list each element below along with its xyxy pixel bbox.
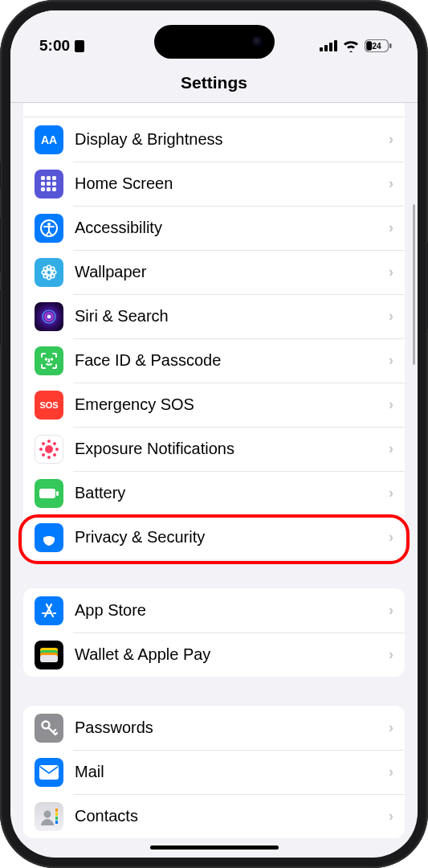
svg-rect-10 <box>47 176 51 180</box>
chevron-right-icon: › <box>389 219 393 236</box>
mail-icon <box>35 758 63 787</box>
svg-point-28 <box>51 274 54 277</box>
svg-rect-6 <box>389 43 392 48</box>
siri-icon <box>35 302 63 331</box>
svg-point-39 <box>55 448 59 451</box>
row-wallet-apple-pay[interactable]: Wallet & Apple Pay › <box>23 633 405 677</box>
chevron-right-icon: › <box>389 602 393 619</box>
page-title: Settings <box>181 73 247 92</box>
row-label: Battery <box>75 484 389 502</box>
row-label: Mail <box>75 763 389 781</box>
contacts-icon <box>35 802 63 831</box>
svg-point-38 <box>39 448 43 451</box>
volume-up-button <box>0 217 1 273</box>
settings-list[interactable]: AA Display & Brightness › Home Screen <box>10 103 418 858</box>
svg-point-35 <box>45 445 53 453</box>
appstore-icon <box>35 596 63 625</box>
svg-text:24: 24 <box>372 42 381 51</box>
wallet-icon <box>35 641 63 669</box>
wallpaper-icon <box>35 258 63 287</box>
nav-header: Settings <box>10 65 418 103</box>
svg-rect-1 <box>324 45 328 51</box>
svg-point-42 <box>42 453 45 457</box>
svg-point-32 <box>46 358 47 360</box>
sim-icon <box>75 40 84 52</box>
chevron-right-icon: › <box>389 646 393 663</box>
svg-rect-2 <box>329 43 332 51</box>
exposure-icon <box>35 435 63 464</box>
display-icon: AA <box>35 125 63 154</box>
row-passwords[interactable]: Passwords › <box>23 706 405 750</box>
row-app-store[interactable]: App Store › <box>23 588 405 633</box>
row-contacts[interactable]: Contacts › <box>23 794 405 838</box>
svg-rect-12 <box>41 182 45 186</box>
row-label: Exposure Notifications <box>75 440 389 458</box>
wifi-icon <box>342 39 360 52</box>
svg-point-23 <box>42 270 45 273</box>
svg-point-22 <box>47 276 51 279</box>
settings-group-store: App Store › Wallet & Apple Pay › <box>23 588 405 677</box>
svg-rect-15 <box>41 187 45 191</box>
row-privacy-security[interactable]: Privacy & Security › <box>23 515 405 559</box>
svg-rect-13 <box>47 182 51 186</box>
row-accessibility[interactable]: Accessibility › <box>23 206 405 250</box>
row-wallpaper[interactable]: Wallpaper › <box>23 250 405 294</box>
passwords-icon <box>35 714 63 743</box>
chevron-right-icon: › <box>389 440 393 457</box>
chevron-right-icon: › <box>389 352 393 369</box>
row-label: Wallet & Apple Pay <box>75 645 389 664</box>
svg-rect-44 <box>39 489 55 498</box>
row-label: Emergency SOS <box>75 395 389 414</box>
row-label: Contacts <box>75 807 389 825</box>
chevron-right-icon: › <box>389 764 393 780</box>
svg-rect-0 <box>320 47 323 51</box>
scroll-indicator[interactable] <box>413 204 415 365</box>
svg-rect-52 <box>39 765 59 780</box>
chevron-right-icon: › <box>389 529 393 546</box>
home-indicator[interactable] <box>150 845 279 850</box>
faceid-icon <box>35 346 63 375</box>
row-label: Display & Brightness <box>75 130 389 149</box>
row-label: Privacy & Security <box>75 528 389 547</box>
row-battery[interactable]: Battery › <box>23 471 405 515</box>
battery-icon: 24 <box>365 39 392 52</box>
cellular-icon <box>320 40 337 51</box>
row-siri-search[interactable]: Siri & Search › <box>23 294 405 338</box>
row-label: App Store <box>75 601 389 620</box>
chevron-right-icon: › <box>389 131 393 148</box>
svg-point-21 <box>47 265 51 268</box>
mute-switch <box>0 161 1 190</box>
svg-rect-3 <box>334 40 337 51</box>
chevron-right-icon: › <box>389 396 393 413</box>
status-left: 5:00 <box>39 37 84 55</box>
row-label: Face ID & Passcode <box>75 351 389 370</box>
svg-rect-50 <box>40 655 58 662</box>
row-mail[interactable]: Mail › <box>23 750 405 794</box>
sos-icon: SOS <box>35 391 63 420</box>
svg-rect-54 <box>55 809 58 812</box>
row-display-brightness[interactable]: AA Display & Brightness › <box>23 117 405 162</box>
svg-point-33 <box>51 358 53 360</box>
settings-group-general: AA Display & Brightness › Home Screen <box>23 117 405 559</box>
status-time: 5:00 <box>39 37 70 55</box>
row-faceid-passcode[interactable]: Face ID & Passcode › <box>23 338 405 383</box>
svg-point-19 <box>47 223 51 226</box>
row-exposure-notifications[interactable]: Exposure Notifications › <box>23 427 405 471</box>
row-emergency-sos[interactable]: SOS Emergency SOS › <box>23 383 405 427</box>
svg-rect-11 <box>52 176 56 180</box>
accessibility-icon <box>35 214 63 243</box>
svg-rect-5 <box>366 41 372 51</box>
svg-rect-14 <box>52 182 56 186</box>
svg-rect-16 <box>47 187 51 191</box>
status-right: 24 <box>320 39 392 52</box>
row-home-screen[interactable]: Home Screen › <box>23 162 405 206</box>
row-label: Siri & Search <box>75 307 389 326</box>
svg-point-37 <box>47 456 51 459</box>
svg-point-41 <box>53 442 56 445</box>
svg-point-53 <box>44 810 51 817</box>
svg-rect-45 <box>56 491 59 496</box>
svg-rect-57 <box>55 821 58 824</box>
list-row-partial-top <box>23 103 405 117</box>
svg-point-25 <box>43 267 47 270</box>
chevron-right-icon: › <box>389 808 393 825</box>
